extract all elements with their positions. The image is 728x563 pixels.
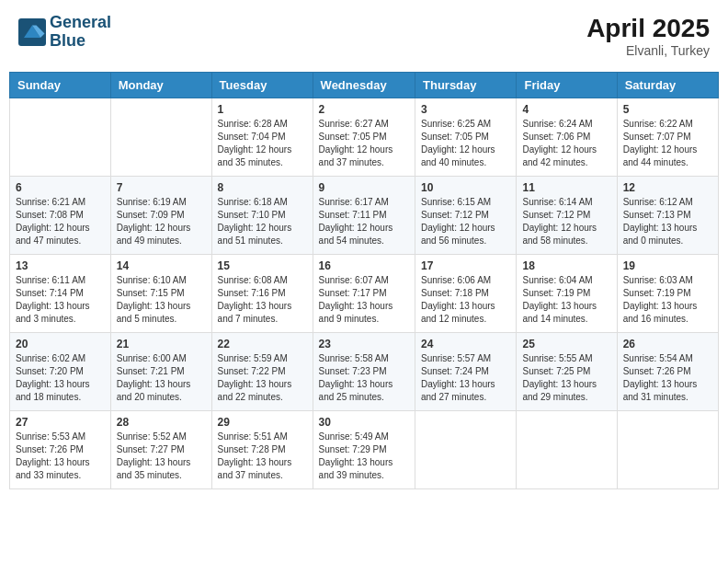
calendar-cell: 21Sunrise: 6:00 AMSunset: 7:21 PMDayligh… xyxy=(110,333,211,411)
calendar-cell xyxy=(110,98,211,177)
calendar-table: SundayMondayTuesdayWednesdayThursdayFrid… xyxy=(9,72,719,489)
calendar-cell: 19Sunrise: 6:03 AMSunset: 7:19 PMDayligh… xyxy=(617,255,718,333)
calendar-cell xyxy=(415,411,517,489)
calendar-cell: 15Sunrise: 6:08 AMSunset: 7:16 PMDayligh… xyxy=(211,255,313,333)
day-info: Sunrise: 6:00 AMSunset: 7:21 PMDaylight:… xyxy=(117,352,206,404)
month-title: April 2025 xyxy=(586,14,710,43)
day-number: 6 xyxy=(16,181,105,194)
location: Elvanli, Turkey xyxy=(586,43,710,58)
day-info: Sunrise: 5:54 AMSunset: 7:26 PMDaylight:… xyxy=(623,352,712,404)
calendar-cell: 23Sunrise: 5:58 AMSunset: 7:23 PMDayligh… xyxy=(313,333,415,411)
day-info: Sunrise: 6:06 AMSunset: 7:18 PMDaylight:… xyxy=(421,274,510,326)
calendar-cell: 25Sunrise: 5:55 AMSunset: 7:25 PMDayligh… xyxy=(517,333,617,411)
day-number: 14 xyxy=(117,259,206,272)
logo-line2: Blue xyxy=(50,32,111,51)
calendar-cell: 13Sunrise: 6:11 AMSunset: 7:14 PMDayligh… xyxy=(10,255,111,333)
day-number: 5 xyxy=(623,103,712,116)
day-info: Sunrise: 5:58 AMSunset: 7:23 PMDaylight:… xyxy=(319,352,409,404)
day-info: Sunrise: 5:59 AMSunset: 7:22 PMDaylight:… xyxy=(218,352,307,404)
day-number: 23 xyxy=(319,338,409,350)
weekday-header-wednesday: Wednesday xyxy=(313,73,415,98)
day-number: 17 xyxy=(421,259,510,272)
day-number: 28 xyxy=(117,416,206,429)
day-number: 12 xyxy=(623,181,712,194)
day-info: Sunrise: 6:25 AMSunset: 7:05 PMDaylight:… xyxy=(421,118,510,169)
day-number: 2 xyxy=(319,103,409,116)
day-number: 7 xyxy=(117,181,206,194)
day-number: 4 xyxy=(522,103,610,116)
title-block: April 2025 Elvanli, Turkey xyxy=(586,14,710,58)
day-info: Sunrise: 6:18 AMSunset: 7:10 PMDaylight:… xyxy=(218,196,307,247)
day-info: Sunrise: 6:08 AMSunset: 7:16 PMDaylight:… xyxy=(218,274,307,326)
day-info: Sunrise: 6:04 AMSunset: 7:19 PMDaylight:… xyxy=(522,274,610,326)
calendar-cell: 9Sunrise: 6:17 AMSunset: 7:11 PMDaylight… xyxy=(313,177,415,255)
day-number: 24 xyxy=(421,338,510,350)
day-info: Sunrise: 6:03 AMSunset: 7:19 PMDaylight:… xyxy=(623,274,712,326)
day-info: Sunrise: 5:57 AMSunset: 7:24 PMDaylight:… xyxy=(421,352,510,404)
calendar-cell: 2Sunrise: 6:27 AMSunset: 7:05 PMDaylight… xyxy=(313,98,415,177)
calendar-cell xyxy=(10,98,111,177)
calendar-cell: 24Sunrise: 5:57 AMSunset: 7:24 PMDayligh… xyxy=(415,333,517,411)
logo: General Blue xyxy=(18,14,111,51)
day-number: 18 xyxy=(522,259,610,272)
week-row-2: 6Sunrise: 6:21 AMSunset: 7:08 PMDaylight… xyxy=(10,177,719,255)
day-number: 16 xyxy=(319,259,409,272)
day-info: Sunrise: 5:53 AMSunset: 7:26 PMDaylight:… xyxy=(16,431,105,482)
day-info: Sunrise: 6:22 AMSunset: 7:07 PMDaylight:… xyxy=(623,118,712,169)
calendar-cell: 22Sunrise: 5:59 AMSunset: 7:22 PMDayligh… xyxy=(211,333,313,411)
calendar-cell: 10Sunrise: 6:15 AMSunset: 7:12 PMDayligh… xyxy=(415,177,517,255)
weekday-header-row: SundayMondayTuesdayWednesdayThursdayFrid… xyxy=(10,73,719,98)
day-info: Sunrise: 6:14 AMSunset: 7:12 PMDaylight:… xyxy=(522,196,610,247)
day-info: Sunrise: 5:55 AMSunset: 7:25 PMDaylight:… xyxy=(522,352,610,404)
page-header: General Blue April 2025 Elvanli, Turkey xyxy=(9,9,719,63)
day-info: Sunrise: 6:11 AMSunset: 7:14 PMDaylight:… xyxy=(16,274,105,326)
calendar-cell: 27Sunrise: 5:53 AMSunset: 7:26 PMDayligh… xyxy=(10,411,111,489)
day-number: 26 xyxy=(623,338,712,350)
week-row-5: 27Sunrise: 5:53 AMSunset: 7:26 PMDayligh… xyxy=(10,411,719,489)
day-number: 29 xyxy=(218,416,307,429)
day-info: Sunrise: 6:15 AMSunset: 7:12 PMDaylight:… xyxy=(421,196,510,247)
day-info: Sunrise: 6:27 AMSunset: 7:05 PMDaylight:… xyxy=(319,118,409,169)
calendar-cell: 3Sunrise: 6:25 AMSunset: 7:05 PMDaylight… xyxy=(415,98,517,177)
logo-text: General Blue xyxy=(50,14,111,51)
calendar-cell: 11Sunrise: 6:14 AMSunset: 7:12 PMDayligh… xyxy=(517,177,617,255)
logo-line1: General xyxy=(50,14,111,32)
day-number: 22 xyxy=(218,338,307,350)
week-row-1: 1Sunrise: 6:28 AMSunset: 7:04 PMDaylight… xyxy=(10,98,719,177)
day-number: 1 xyxy=(218,103,307,116)
calendar-cell: 5Sunrise: 6:22 AMSunset: 7:07 PMDaylight… xyxy=(617,98,718,177)
day-number: 13 xyxy=(16,259,105,272)
calendar-cell: 8Sunrise: 6:18 AMSunset: 7:10 PMDaylight… xyxy=(211,177,313,255)
day-info: Sunrise: 6:02 AMSunset: 7:20 PMDaylight:… xyxy=(16,352,105,404)
day-number: 15 xyxy=(218,259,307,272)
day-number: 8 xyxy=(218,181,307,194)
week-row-4: 20Sunrise: 6:02 AMSunset: 7:20 PMDayligh… xyxy=(10,333,719,411)
calendar-cell: 28Sunrise: 5:52 AMSunset: 7:27 PMDayligh… xyxy=(110,411,211,489)
day-info: Sunrise: 6:21 AMSunset: 7:08 PMDaylight:… xyxy=(16,196,105,247)
calendar-cell: 17Sunrise: 6:06 AMSunset: 7:18 PMDayligh… xyxy=(415,255,517,333)
day-number: 19 xyxy=(623,259,712,272)
day-info: Sunrise: 5:51 AMSunset: 7:28 PMDaylight:… xyxy=(218,431,307,482)
calendar-cell: 12Sunrise: 6:12 AMSunset: 7:13 PMDayligh… xyxy=(617,177,718,255)
day-number: 25 xyxy=(522,338,610,350)
day-number: 30 xyxy=(319,416,409,429)
day-number: 27 xyxy=(16,416,105,429)
calendar-cell: 4Sunrise: 6:24 AMSunset: 7:06 PMDaylight… xyxy=(517,98,617,177)
day-info: Sunrise: 6:10 AMSunset: 7:15 PMDaylight:… xyxy=(117,274,206,326)
calendar-cell: 1Sunrise: 6:28 AMSunset: 7:04 PMDaylight… xyxy=(211,98,313,177)
day-info: Sunrise: 6:19 AMSunset: 7:09 PMDaylight:… xyxy=(117,196,206,247)
calendar-cell: 7Sunrise: 6:19 AMSunset: 7:09 PMDaylight… xyxy=(110,177,211,255)
calendar-cell: 16Sunrise: 6:07 AMSunset: 7:17 PMDayligh… xyxy=(313,255,415,333)
calendar-cell: 26Sunrise: 5:54 AMSunset: 7:26 PMDayligh… xyxy=(617,333,718,411)
calendar-cell xyxy=(617,411,718,489)
weekday-header-sunday: Sunday xyxy=(10,73,111,98)
weekday-header-saturday: Saturday xyxy=(617,73,718,98)
day-number: 20 xyxy=(16,338,105,350)
day-info: Sunrise: 6:28 AMSunset: 7:04 PMDaylight:… xyxy=(218,118,307,169)
day-number: 10 xyxy=(421,181,510,194)
weekday-header-friday: Friday xyxy=(517,73,617,98)
day-info: Sunrise: 5:52 AMSunset: 7:27 PMDaylight:… xyxy=(117,431,206,482)
weekday-header-monday: Monday xyxy=(110,73,211,98)
day-info: Sunrise: 6:17 AMSunset: 7:11 PMDaylight:… xyxy=(319,196,409,247)
day-number: 3 xyxy=(421,103,510,116)
